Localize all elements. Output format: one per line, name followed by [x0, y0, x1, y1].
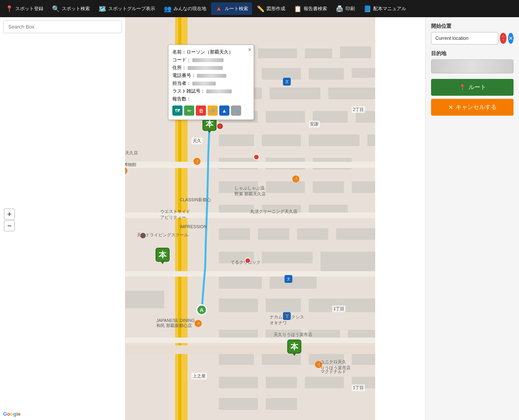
building-block — [8, 134, 27, 141]
popup-name-value: ローソン（那覇天久） — [186, 49, 233, 55]
popup-link-btn[interactable]: 🔗 — [231, 105, 241, 116]
poi-red-2[interactable] — [253, 154, 260, 160]
nav-spot-group[interactable]: 🗺️ スポットグループ表示 — [95, 2, 159, 15]
poi-restaurant-4[interactable]: 🍴 — [315, 361, 322, 368]
route-button[interactable]: 📍 ルート — [431, 79, 514, 96]
search-input[interactable] — [3, 20, 122, 33]
nav-print[interactable]: 🖨️ 印刷 — [332, 2, 359, 15]
building-block — [8, 91, 25, 98]
building-block — [262, 68, 301, 80]
poi-red-3[interactable] — [245, 257, 251, 264]
nav-manual[interactable]: 📘 配本マニュアル — [360, 2, 410, 15]
popup-close-button[interactable]: × — [248, 46, 251, 53]
building-block — [309, 134, 360, 146]
spot-search-icon: 🔍 — [52, 5, 60, 13]
popup-code-label: コード： — [172, 57, 191, 63]
road — [0, 162, 375, 168]
poi-restaurant-1[interactable]: 🍴 — [193, 158, 200, 165]
building-block — [352, 353, 375, 365]
shape-create-icon: ✏️ — [257, 5, 265, 13]
road — [0, 338, 375, 343]
poi-sports[interactable]: 🏋 — [283, 312, 291, 320]
map-street-yoshino: 吉野家 58号線天久店 — [98, 150, 138, 156]
everyone-location-icon: 👥 — [164, 5, 172, 13]
nav-everyone-location[interactable]: 👥 みんなの現在地 — [160, 2, 210, 15]
cancel-x-icon: ✕ — [448, 104, 453, 111]
popup-route-btn[interactable]: ▲ — [219, 105, 229, 116]
building-block — [313, 181, 344, 193]
poi-blue-1[interactable]: 文 — [285, 275, 292, 283]
popup-address-row: 住所： — [172, 64, 250, 71]
start-location-pin-btn[interactable]: 📍 — [500, 33, 506, 44]
building-block — [219, 353, 254, 365]
map-text-super: スーパーマルキン — [72, 173, 107, 179]
poi-red-hospital[interactable] — [99, 287, 106, 293]
nav-spot-register[interactable]: 📍 スポット登録 — [2, 2, 47, 15]
poi-restaurant-3[interactable]: 🍴 — [292, 175, 299, 182]
point-a-circle: A — [196, 304, 207, 315]
poi-blue-2[interactable]: 文 — [283, 78, 291, 86]
building-block — [219, 275, 262, 289]
point-a-marker[interactable]: A — [196, 304, 207, 318]
building-block — [39, 134, 82, 143]
destination-marker-red[interactable] — [217, 123, 223, 129]
popup-name-row: 名前：ローソン（那覇天久） — [172, 49, 250, 55]
popup-edit-btn[interactable]: ✏ — [184, 105, 194, 116]
nav-shape-create[interactable]: ✏️ 図形作成 — [253, 2, 289, 15]
popup-delete-btn[interactable]: 🗑 — [196, 105, 206, 116]
building-block — [309, 68, 344, 80]
building-block — [219, 228, 250, 240]
building-block — [219, 298, 258, 312]
building-block — [37, 222, 72, 232]
start-location-clear-btn[interactable]: ✕ — [508, 33, 514, 44]
cancel-button[interactable]: ✕ キャンセルする — [431, 99, 514, 116]
building-block — [219, 181, 258, 193]
start-location-input[interactable] — [431, 32, 498, 45]
building-block — [37, 181, 70, 191]
building-block — [219, 377, 258, 388]
hospital-marker[interactable]: 🏥 — [120, 167, 127, 174]
building-block — [8, 101, 31, 109]
building-block — [367, 134, 375, 146]
building-block — [340, 46, 371, 58]
building-block — [309, 298, 375, 312]
popup-share-btn[interactable]: 🔗 — [208, 105, 218, 116]
poi-red-1[interactable] — [112, 168, 118, 175]
map-area[interactable]: 本 本 本 本 A 🍴 🍴 🍴 🍴 🏥 文 — [0, 17, 375, 420]
print-icon: 🖨️ — [336, 5, 344, 13]
info-popup: × 名前：ローソン（那覇天久） コード： 住所： 電話番号： 担当者： — [168, 45, 254, 120]
building-block — [266, 377, 297, 388]
building-block — [113, 291, 164, 308]
right-panel: 開始位置 📍 ✕ 目的地 📍 ルート ✕ キャンセルする — [425, 17, 519, 420]
popup-map-btn[interactable]: 🗺 — [172, 105, 183, 116]
zoom-in-button[interactable]: + — [4, 209, 15, 220]
marker-hon-left[interactable]: 本 — [34, 86, 48, 100]
building-block — [35, 121, 82, 130]
main-road-horizontal — [0, 345, 375, 354]
poi-brown[interactable] — [97, 194, 102, 199]
building-block — [33, 54, 68, 66]
navbar: 📍 スポット登録 🔍 スポット検索 🗺️ スポットグループ表示 👥 みんなの現在… — [0, 0, 519, 17]
nav-route-search[interactable]: 🔺 ルート検索 — [211, 2, 252, 15]
building-block — [219, 134, 254, 146]
building-block — [266, 298, 301, 312]
nav-report-search[interactable]: 📋 報告書検索 — [290, 2, 331, 15]
zoom-out-button[interactable]: − — [4, 220, 15, 231]
zoom-controls: + − — [4, 209, 15, 231]
poi-restaurant-2[interactable]: 🍴 — [195, 320, 202, 327]
building-block — [352, 181, 375, 193]
marker-hon-bottom[interactable]: 本 — [287, 340, 301, 354]
building-block — [39, 109, 78, 118]
nav-spot-search[interactable]: 🔍 スポット検索 — [48, 2, 94, 15]
popup-lastissue-row: ラスト雑誌号： — [172, 88, 250, 95]
popup-manager-row: 担当者： — [172, 80, 250, 87]
marker-hon-middle[interactable]: 本 — [156, 248, 170, 262]
route-pin-icon: 📍 — [459, 84, 466, 91]
poi-brown-2[interactable] — [140, 233, 146, 238]
map-label-tenku-2: 天久 — [191, 138, 202, 144]
building-block — [305, 377, 344, 388]
popup-address-label: 住所： — [172, 65, 186, 70]
building-block — [39, 72, 86, 82]
destination-input-display — [431, 59, 514, 73]
destination-input-row — [431, 59, 514, 73]
